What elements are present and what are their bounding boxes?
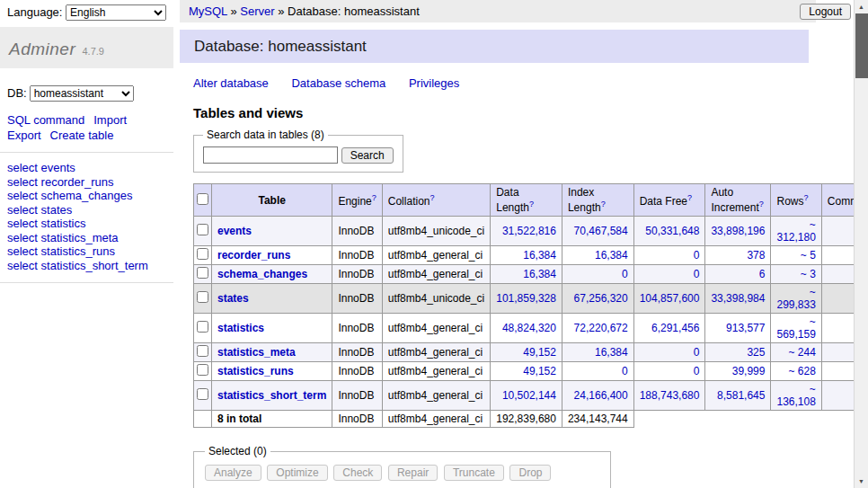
data-free-link[interactable]: 0 — [694, 268, 700, 280]
data-free-link[interactable]: 0 — [694, 346, 700, 359]
table-name-link[interactable]: schema_changes — [217, 268, 307, 280]
data-length-link[interactable]: 16,384 — [523, 249, 556, 262]
data-length-link[interactable]: 48,824,320 — [502, 322, 556, 334]
select-all-checkbox[interactable] — [197, 193, 208, 205]
row-checkbox[interactable] — [197, 388, 208, 400]
row-checkbox[interactable] — [197, 364, 208, 376]
scrollbar[interactable]: ▲ ▼ — [854, 0, 868, 488]
index-length-link[interactable]: 72,220,672 — [574, 322, 628, 334]
auto-increment-link[interactable]: 33,898,196 — [711, 225, 765, 237]
data-length-link[interactable]: 10,502,144 — [502, 389, 556, 402]
sidebar-table-link[interactable]: select statistics_runs — [7, 244, 115, 258]
row-checkbox[interactable] — [197, 291, 208, 303]
column-header-data-free: Data Free? — [633, 184, 705, 217]
database-schema-link[interactable]: Database schema — [291, 76, 385, 90]
search-button[interactable]: Search — [341, 147, 394, 164]
column-help-link[interactable]: ? — [372, 193, 376, 202]
rows-link[interactable]: ~ 136,108 — [776, 383, 815, 408]
rows-link[interactable]: ~ 299,833 — [776, 286, 815, 311]
sidebar-table-link[interactable]: select events — [7, 161, 75, 174]
row-checkbox[interactable] — [197, 248, 208, 260]
table-name-link[interactable]: states — [217, 292, 249, 305]
data-free-link[interactable]: 50,331,648 — [645, 225, 699, 237]
row-checkbox[interactable] — [197, 321, 208, 333]
rows-link[interactable]: ~ 244 — [788, 346, 815, 359]
table-name-link[interactable]: statistics_runs — [217, 365, 294, 377]
search-input[interactable] — [203, 146, 338, 164]
logout-button[interactable]: Logout — [800, 4, 851, 20]
row-checkbox[interactable] — [197, 345, 208, 357]
index-length-link[interactable]: 24,166,400 — [574, 389, 628, 402]
auto-increment-cell: 8,581,645 — [705, 381, 771, 411]
create-table-link-sidebar[interactable]: Create table — [50, 129, 114, 142]
scrollbar-thumb[interactable] — [855, 13, 868, 78]
check-button[interactable]: Check — [333, 465, 382, 481]
total-empty-cell — [194, 411, 212, 428]
truncate-button[interactable]: Truncate — [444, 465, 504, 481]
sidebar-table-link[interactable]: select statistics_meta — [7, 231, 119, 244]
data-length-link[interactable]: 49,152 — [523, 365, 556, 377]
sidebar-table-link[interactable]: select statistics_short_term — [7, 259, 148, 272]
alter-database-link[interactable]: Alter database — [193, 76, 269, 90]
table-name-link[interactable]: events — [217, 225, 252, 237]
analyze-button[interactable]: Analyze — [205, 465, 261, 481]
table-name-link[interactable]: statistics_short_term — [217, 389, 326, 402]
auto-increment-link[interactable]: 6 — [759, 268, 766, 280]
auto-increment-link[interactable]: 325 — [747, 346, 765, 359]
breadcrumb-item[interactable]: MySQL — [189, 4, 227, 18]
data-free-link[interactable]: 104,857,600 — [640, 292, 700, 305]
column-help-link[interactable]: ? — [803, 193, 808, 202]
auto-increment-link[interactable]: 33,398,984 — [711, 292, 765, 305]
sidebar-table-link[interactable]: select recorder_runs — [7, 175, 114, 189]
column-help-link[interactable]: ? — [601, 200, 606, 209]
index-length-link[interactable]: 0 — [622, 268, 628, 280]
row-checkbox[interactable] — [197, 267, 208, 279]
rows-link[interactable]: ~ 3 — [801, 268, 816, 280]
sidebar-table-link[interactable]: select statistics — [7, 217, 85, 230]
auto-increment-link[interactable]: 39,999 — [732, 365, 766, 377]
data-length-link[interactable]: 49,152 — [523, 346, 556, 359]
rows-link[interactable]: ~ 569,159 — [776, 315, 815, 341]
drop-button[interactable]: Drop — [509, 465, 551, 481]
auto-increment-link[interactable]: 913,577 — [726, 322, 765, 334]
column-help-link[interactable]: ? — [687, 193, 692, 202]
column-header-index-length: Index Length? — [562, 184, 633, 217]
column-help-link[interactable]: ? — [529, 200, 534, 209]
auto-increment-link[interactable]: 8,581,645 — [717, 389, 765, 402]
scrollbar-down-icon[interactable]: ▼ — [855, 475, 868, 488]
column-help-link[interactable]: ? — [759, 200, 764, 209]
repair-button[interactable]: Repair — [388, 465, 438, 481]
scrollbar-up-icon[interactable]: ▲ — [855, 0, 868, 13]
table-name-link[interactable]: recorder_runs — [217, 249, 290, 262]
sidebar-table-link[interactable]: select states — [7, 203, 72, 217]
db-select[interactable]: homeassistant — [30, 85, 134, 102]
import-link[interactable]: Import — [93, 113, 127, 127]
index-length-link[interactable]: 16,384 — [595, 249, 628, 262]
index-length-link[interactable]: 0 — [622, 365, 628, 377]
sidebar-table-item: select statistics_runs — [7, 244, 166, 259]
rows-link[interactable]: ~ 628 — [788, 365, 815, 377]
data-free-link[interactable]: 0 — [694, 365, 700, 377]
breadcrumb-item[interactable]: Server — [240, 4, 274, 18]
column-help-link[interactable]: ? — [430, 193, 434, 202]
index-length-link[interactable]: 67,256,320 — [574, 292, 628, 305]
index-length-link[interactable]: 70,467,584 — [574, 225, 628, 237]
data-free-link[interactable]: 0 — [694, 249, 700, 262]
sql-command-link[interactable]: SQL command — [7, 113, 84, 127]
data-length-link[interactable]: 101,859,328 — [496, 292, 556, 305]
auto-increment-link[interactable]: 378 — [747, 249, 765, 262]
row-checkbox[interactable] — [197, 224, 208, 235]
data-free-link[interactable]: 6,291,456 — [651, 322, 699, 334]
privileges-link[interactable]: Privileges — [409, 76, 459, 90]
export-link[interactable]: Export — [7, 129, 41, 142]
table-name-link[interactable]: statistics_meta — [217, 346, 296, 359]
rows-link[interactable]: ~ 312,180 — [776, 218, 815, 244]
data-length-link[interactable]: 16,384 — [523, 268, 556, 280]
index-length-link[interactable]: 16,384 — [595, 346, 628, 359]
data-free-link[interactable]: 188,743,680 — [640, 389, 700, 402]
sidebar-table-link[interactable]: select schema_changes — [7, 189, 132, 202]
data-length-link[interactable]: 31,522,816 — [502, 225, 556, 237]
rows-link[interactable]: ~ 5 — [801, 249, 816, 262]
optimize-button[interactable]: Optimize — [267, 465, 327, 481]
table-name-link[interactable]: statistics — [217, 322, 264, 334]
